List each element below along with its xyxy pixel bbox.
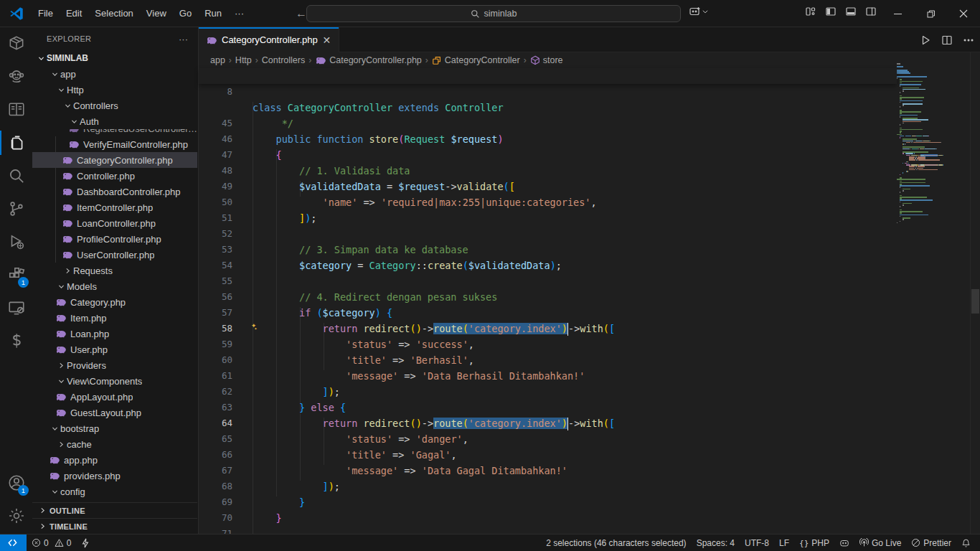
code-line-57[interactable]: 57 if ($category) { — [199, 305, 897, 321]
code-line-67[interactable]: 67 'message' => 'Data Gagal Ditambahkan!… — [199, 463, 897, 479]
code-line-66[interactable]: 66 'title' => 'Gagal', — [199, 447, 897, 463]
panel-outline[interactable]: OUTLINE — [32, 502, 197, 518]
code-line-62[interactable]: 62 ]); — [199, 384, 897, 400]
code-line-54[interactable]: 54 $category = Category::create($validat… — [199, 258, 897, 273]
folder-bootstrap[interactable]: bootstrap — [32, 420, 197, 436]
file-loan.php[interactable]: Loan.php — [32, 326, 197, 342]
prettier-status[interactable]: Prettier — [906, 535, 956, 551]
folder-view\components[interactable]: View\Components — [32, 373, 197, 389]
code-line-59[interactable]: 59 'status' => 'success', — [199, 336, 897, 352]
panel-timeline[interactable]: TIMELINE — [32, 518, 197, 534]
code-line-68[interactable]: 68 ]); — [199, 479, 897, 494]
selection-status[interactable]: 2 selections (46 characters selected) — [541, 535, 691, 551]
problems-status[interactable]: 0 0 — [27, 535, 76, 551]
file-category.php[interactable]: Category.php — [32, 294, 197, 310]
remote-indicator-button[interactable] — [0, 534, 27, 551]
toggle-secondary-sidebar-icon[interactable] — [865, 6, 877, 17]
code-line-45[interactable]: 45 */ — [199, 116, 897, 131]
code-line-71[interactable]: 71 — [199, 526, 897, 534]
book-icon[interactable] — [0, 93, 32, 126]
vertical-scrollbar[interactable] — [970, 52, 980, 534]
copilot-menu-button[interactable] — [689, 6, 709, 17]
code-line-49[interactable]: 49 $validatedData = $request->validate([ — [199, 179, 897, 194]
code-line-52[interactable]: 52 — [199, 226, 897, 242]
sticky-scroll-line[interactable]: 8 class CategoryController extends Contr… — [199, 68, 897, 84]
menu-[interactable]: ··· — [228, 5, 250, 22]
notifications-bell[interactable] — [956, 535, 976, 551]
thunder-client-status[interactable] — [76, 535, 95, 551]
code-line-61[interactable]: 61 'message' => 'Data Berhasil Ditambahk… — [199, 368, 897, 384]
code-line-51[interactable]: 51 ]); — [199, 210, 897, 226]
menu-go[interactable]: Go — [173, 5, 198, 22]
code-line-69[interactable]: 69 } — [199, 494, 897, 510]
scrollbar-thumb[interactable] — [971, 289, 979, 314]
go-live-button[interactable]: Go Live — [854, 535, 906, 551]
copilot-status[interactable] — [834, 535, 854, 551]
menu-run[interactable]: Run — [198, 5, 228, 22]
menu-view[interactable]: View — [140, 5, 173, 22]
money-icon[interactable] — [0, 324, 32, 357]
split-editor-button[interactable] — [941, 34, 953, 46]
code-line-60[interactable]: 60 'title' => 'Berhasil', — [199, 352, 897, 368]
breadcrumb-item-app[interactable]: app — [210, 55, 225, 65]
code-editor[interactable]: 45 */46 public function store(Request $r… — [199, 68, 897, 534]
folder-http[interactable]: Http — [32, 82, 197, 98]
run-debug-icon[interactable] — [0, 225, 32, 258]
breadcrumb-item-http[interactable]: Http — [235, 55, 252, 65]
explorer-more-actions-icon[interactable]: ··· — [179, 34, 188, 44]
file-guestlayout.php[interactable]: GuestLayout.php — [32, 405, 197, 420]
menu-edit[interactable]: Edit — [60, 5, 88, 22]
code-line-55[interactable]: 55 — [199, 273, 897, 289]
editor-more-actions-button[interactable] — [963, 34, 974, 46]
explorer-icon[interactable] — [0, 126, 32, 159]
code-line-70[interactable]: 70 } — [199, 510, 897, 526]
folder-controllers[interactable]: Controllers — [32, 98, 197, 113]
file-verifyemailcontroller.php[interactable]: VerifyEmailController.php — [32, 136, 197, 152]
tab-close-icon[interactable]: ✕ — [322, 33, 331, 47]
code-line-46[interactable]: 46 public function store(Request $reques… — [199, 131, 897, 147]
file-app.php[interactable]: app.php — [32, 452, 197, 468]
code-line-63[interactable]: 63 } else { — [199, 400, 897, 415]
file-item.php[interactable]: Item.php — [32, 310, 197, 326]
folder-cache[interactable]: cache — [32, 436, 197, 452]
eol-status[interactable]: LF — [774, 535, 794, 551]
file-usercontroller.php[interactable]: UserController.php — [32, 247, 197, 263]
file-applayout.php[interactable]: AppLayout.php — [32, 389, 197, 405]
file-loancontroller.php[interactable]: LoanController.php — [32, 215, 197, 231]
code-line-50[interactable]: 50 'name' => 'required|max:255|unique:ca… — [199, 194, 897, 210]
source-control-icon[interactable] — [0, 192, 32, 225]
menu-selection[interactable]: Selection — [88, 5, 139, 22]
encoding-status[interactable]: UTF-8 — [740, 535, 774, 551]
copilot-sparkle-icon[interactable]: ✦✦ — [251, 320, 259, 330]
file-itemcontroller.php[interactable]: ItemController.php — [32, 199, 197, 215]
code-line-64[interactable]: 64 return redirect()->route('category.in… — [199, 415, 897, 431]
toggle-sidebar-icon[interactable] — [825, 6, 837, 17]
command-center-search[interactable]: siminlab — [306, 5, 681, 22]
tab-categorycontroller[interactable]: CategoryController.php ✕ — [199, 27, 339, 52]
file-dashboardcontroller.php[interactable]: DashboardController.php — [32, 184, 197, 199]
customize-layout-icon[interactable] — [805, 6, 816, 17]
breadcrumb-item-categorycontroller[interactable]: CategoryController — [432, 55, 520, 65]
folder-requests[interactable]: Requests — [32, 263, 197, 278]
indentation-status[interactable]: Spaces: 4 — [692, 535, 740, 551]
breadcrumb-item-controllers[interactable]: Controllers — [262, 55, 305, 65]
code-line-48[interactable]: 48 // 1. Validasi data — [199, 163, 897, 179]
code-line-47[interactable]: 47 { — [199, 147, 897, 163]
run-code-button[interactable] — [920, 34, 931, 46]
file-registeredusercontroller.php[interactable]: RegisteredUserController.php — [32, 129, 197, 136]
minimize-button[interactable] — [881, 0, 914, 27]
menu-file[interactable]: File — [32, 5, 60, 22]
package-icon[interactable] — [0, 27, 32, 60]
breadcrumb-item-store[interactable]: store — [530, 55, 563, 65]
toggle-panel-icon[interactable] — [845, 6, 857, 17]
file-user.php[interactable]: User.php — [32, 342, 197, 357]
code-line-53[interactable]: 53 // 3. Simpan data ke database — [199, 242, 897, 258]
monkey-icon[interactable] — [0, 60, 32, 93]
folder-app[interactable]: app — [32, 66, 197, 82]
file-categorycontroller.php[interactable]: CategoryController.php — [32, 152, 197, 168]
file-providers.php[interactable]: providers.php — [32, 468, 197, 484]
close-button[interactable] — [947, 0, 980, 27]
language-status[interactable]: {}PHP — [794, 535, 834, 551]
breadcrumb-item-categorycontroller-php[interactable]: CategoryController.php — [315, 55, 422, 66]
code-line-58[interactable]: 58 return redirect()->route('category.in… — [199, 321, 897, 336]
